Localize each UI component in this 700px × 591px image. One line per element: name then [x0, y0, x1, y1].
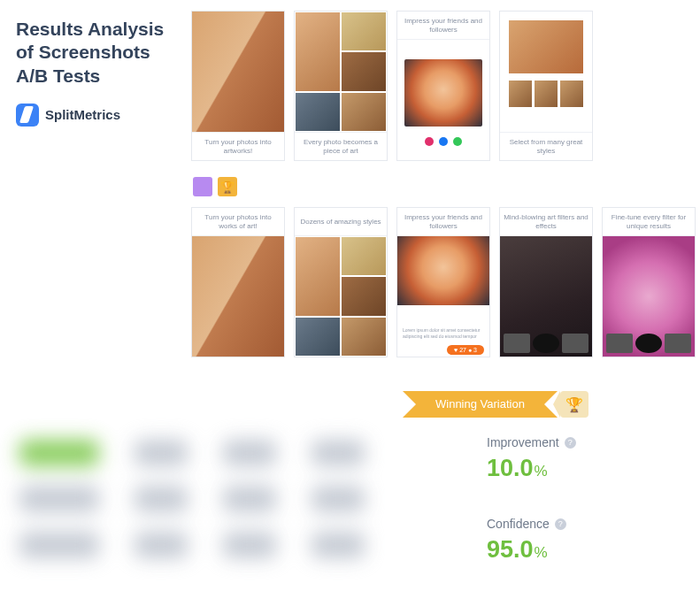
- screenshot-thumb: [192, 236, 284, 357]
- metric-label-text: Confidence: [487, 517, 550, 531]
- screenshot-caption: Turn your photos into works of art!: [192, 208, 284, 236]
- metric-number: 95.0: [487, 536, 534, 563]
- filter-strip: [606, 334, 691, 353]
- screenshot-card[interactable]: Select from many great styles: [499, 11, 593, 161]
- metric-value: 95.0%: [487, 536, 566, 564]
- brand-name: SplitMetrics: [45, 107, 120, 122]
- screenshot-card[interactable]: Dozens of amazing styles: [294, 207, 388, 357]
- screenshot-thumb: [397, 236, 489, 305]
- metric-improvement: Improvement ? 10.0%: [487, 435, 576, 482]
- help-icon[interactable]: ?: [565, 437, 576, 449]
- screenshot-thumb: [295, 236, 387, 357]
- splitmetrics-logo-icon: [16, 104, 39, 127]
- screenshot-card[interactable]: Turn your photos into works of art!: [191, 207, 285, 357]
- page-title: Results Analysis of Screenshots A/B Test…: [16, 18, 175, 88]
- variation-a-swatch[interactable]: [193, 177, 212, 196]
- screenshot-caption: Every photo becomes a piece of art: [295, 132, 387, 160]
- blurred-results-table: [9, 420, 425, 579]
- screenshot-card[interactable]: Impress your friends and followers: [396, 11, 490, 161]
- screenshot-thumb: [295, 12, 387, 132]
- screenshot-card[interactable]: Impress your friends and followers Lorem…: [396, 207, 490, 357]
- winning-variation-label: Winning Variation: [416, 391, 544, 418]
- help-icon[interactable]: ?: [555, 518, 566, 530]
- screenshot-caption: Fine-tune every filter for unique result…: [603, 208, 695, 236]
- screenshot-caption: Turn your photos into artworks!: [192, 132, 284, 160]
- trophy-icon: 🏆: [560, 391, 588, 418]
- screenshot-card[interactable]: Mind-blowing art filters and effects: [499, 207, 593, 357]
- winning-variation-banner: Winning Variation 🏆: [416, 391, 588, 418]
- metric-number: 10.0: [487, 455, 534, 481]
- metric-unit: %: [535, 544, 548, 561]
- metric-unit: %: [535, 463, 548, 480]
- filter-strip: [504, 334, 588, 353]
- metric-label: Confidence ?: [487, 517, 566, 531]
- metric-label-text: Improvement: [487, 435, 559, 449]
- variation-swatches: 🏆: [193, 177, 237, 196]
- variation-a-row: Turn your photos into artworks! Every ph…: [191, 11, 593, 161]
- screenshot-thumb: [397, 40, 489, 160]
- metric-confidence: Confidence ? 95.0%: [487, 517, 566, 564]
- metric-label: Improvement ?: [487, 435, 576, 449]
- screenshot-thumb: [192, 12, 284, 132]
- screenshot-description: Lorem ipsum dolor sit amet consectetur a…: [403, 327, 484, 339]
- variation-b-row: Turn your photos into works of art! Doze…: [191, 207, 696, 357]
- screenshot-caption: Select from many great styles: [500, 132, 592, 160]
- screenshot-card[interactable]: Turn your photos into artworks!: [191, 11, 285, 161]
- metric-value: 10.0%: [487, 455, 576, 482]
- screenshot-caption: Dozens of amazing styles: [295, 208, 387, 236]
- screenshot-thumb: [500, 12, 592, 132]
- likes-pill: ♥ 27 ● 3: [447, 345, 484, 355]
- screenshot-card[interactable]: Fine-tune every filter for unique result…: [602, 207, 696, 357]
- header: Results Analysis of Screenshots A/B Test…: [16, 18, 175, 127]
- variation-b-swatch-winner[interactable]: 🏆: [218, 177, 237, 196]
- screenshot-card[interactable]: Every photo becomes a piece of art: [294, 11, 388, 161]
- screenshot-caption: Impress your friends and followers: [397, 208, 489, 236]
- brand: SplitMetrics: [16, 104, 175, 127]
- screenshot-caption: Impress your friends and followers: [397, 12, 489, 40]
- screenshot-caption: Mind-blowing art filters and effects: [500, 208, 592, 236]
